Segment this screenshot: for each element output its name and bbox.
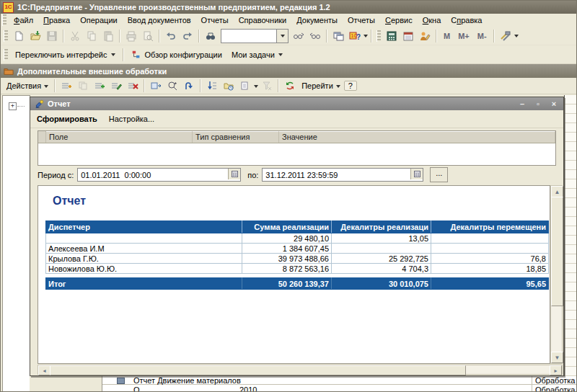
tools-dropdown-icon[interactable] bbox=[514, 35, 519, 40]
save-icon[interactable] bbox=[44, 28, 60, 44]
combobox-dropdown-icon[interactable] bbox=[276, 30, 288, 43]
calendar-icon[interactable] bbox=[400, 28, 416, 44]
actions-menu-button[interactable]: Действия bbox=[4, 80, 51, 92]
find-previous-icon[interactable] bbox=[307, 28, 323, 44]
menu-item-3[interactable]: Ввод документов bbox=[123, 14, 196, 26]
calendar-picker-icon[interactable] bbox=[228, 169, 240, 179]
vertical-scrollbar[interactable]: ▲ ▼ bbox=[550, 185, 563, 364]
period-to-label: по: bbox=[247, 171, 262, 179]
help-button[interactable]: ? bbox=[344, 81, 357, 91]
toolbar-grip[interactable] bbox=[4, 49, 8, 61]
dialog-titlebar[interactable]: Отчет – ▫ × bbox=[30, 97, 563, 110]
horizontal-scroll-thumb[interactable] bbox=[50, 365, 466, 375]
list-item-type: Обработка bbox=[535, 386, 575, 392]
report-cell-r1-2 bbox=[332, 244, 431, 254]
switch-interface-button[interactable]: Переключить интерфейс bbox=[11, 48, 120, 61]
menu-item-2[interactable]: Операции bbox=[75, 14, 122, 26]
report-column-header-0: Диспетчер bbox=[46, 221, 242, 233]
tree-expand-node[interactable]: + bbox=[9, 102, 25, 110]
add-group-button[interactable] bbox=[92, 78, 107, 94]
filter-grid[interactable]: ПолеТип сравненияЗначение bbox=[38, 130, 556, 166]
refresh-button[interactable] bbox=[282, 78, 298, 94]
background-list-bottom: Отчет Движение материалов Обработка О 20… bbox=[30, 376, 577, 392]
service-tools-icon[interactable] bbox=[498, 28, 514, 44]
menu-item-10[interactable]: Справка bbox=[446, 14, 487, 26]
open-icon[interactable] bbox=[27, 28, 43, 44]
search-combobox[interactable] bbox=[221, 29, 288, 43]
new-document-icon[interactable] bbox=[11, 28, 27, 44]
calendar-picker-icon[interactable] bbox=[410, 169, 423, 179]
report-cell-r3-2: 4 704,3 bbox=[332, 264, 431, 274]
menu-item-9[interactable]: Окна bbox=[418, 14, 446, 26]
find-next-icon[interactable] bbox=[291, 28, 307, 44]
add-button[interactable] bbox=[58, 78, 74, 94]
menu-item-4[interactable]: Отчеты bbox=[196, 14, 234, 26]
menu-item-8[interactable]: Сервис bbox=[380, 14, 418, 26]
add-copy-button[interactable] bbox=[75, 78, 91, 94]
menu-item-7[interactable]: Отчеты bbox=[343, 14, 380, 26]
scroll-right-icon[interactable]: ▸ bbox=[550, 365, 562, 375]
toolbar-grip[interactable] bbox=[4, 30, 8, 42]
signature-icon[interactable] bbox=[417, 28, 433, 44]
output-dropdown-icon[interactable] bbox=[254, 85, 258, 90]
cut-icon[interactable] bbox=[67, 28, 83, 44]
horizontal-scrollbar[interactable]: ◂ ▸ bbox=[38, 365, 563, 375]
scroll-up-icon[interactable]: ▲ bbox=[551, 186, 563, 197]
copy-icon[interactable] bbox=[84, 28, 100, 44]
scroll-left-icon[interactable]: ◂ bbox=[38, 365, 50, 375]
report-spreadsheet[interactable]: Отчет ДиспетчерСумма реализацииДекалитры… bbox=[38, 185, 550, 364]
find-icon[interactable] bbox=[203, 28, 219, 44]
expand-plus-icon[interactable]: + bbox=[9, 102, 17, 110]
edit-button[interactable] bbox=[108, 78, 124, 94]
maximize-button[interactable]: ▫ bbox=[533, 99, 543, 108]
print-preview-icon[interactable] bbox=[140, 28, 156, 44]
menu-item-6[interactable]: Документы bbox=[291, 14, 343, 26]
print-icon[interactable] bbox=[123, 28, 139, 44]
minimize-button[interactable]: – bbox=[517, 99, 527, 108]
menu-item-1[interactable]: Правка bbox=[38, 14, 75, 26]
menu-item-0[interactable]: Файл bbox=[9, 14, 38, 26]
list-item[interactable]: Отчет Движение материалов Обработка bbox=[102, 376, 577, 385]
report-dialog: Отчет – ▫ × Сформировать Настройка... По… bbox=[30, 97, 564, 376]
calculator-icon[interactable] bbox=[384, 28, 400, 44]
goto-button[interactable]: Перейти bbox=[299, 80, 343, 92]
toolbar-grip[interactable] bbox=[2, 14, 6, 26]
move-in-group-button[interactable] bbox=[148, 78, 164, 94]
vertical-scroll-thumb[interactable] bbox=[551, 197, 563, 306]
period-to-input[interactable] bbox=[262, 168, 423, 182]
svg-text:?: ? bbox=[356, 33, 361, 41]
period-from-input[interactable] bbox=[77, 168, 241, 182]
clear-filter-button[interactable] bbox=[259, 78, 275, 94]
output-list-button[interactable] bbox=[237, 78, 253, 94]
redo-icon[interactable] bbox=[180, 28, 195, 44]
standard-toolbar: 1С? M M+ M- bbox=[1, 27, 577, 45]
report-column-header-1: Сумма реализации bbox=[242, 221, 332, 233]
chevron-down-icon bbox=[336, 85, 340, 90]
paste-icon[interactable] bbox=[100, 28, 116, 44]
about-1c-help-icon[interactable]: 1С? bbox=[347, 28, 363, 44]
settings-button[interactable]: Настройка... bbox=[109, 115, 154, 123]
config-tree-icon bbox=[131, 50, 141, 60]
tree-branch-line bbox=[17, 106, 25, 107]
undo-search-button[interactable] bbox=[181, 78, 197, 94]
find-by-value-button[interactable] bbox=[164, 78, 180, 94]
generate-button[interactable]: Сформировать bbox=[37, 115, 97, 123]
my-tasks-button[interactable]: Мои задачи bbox=[227, 48, 287, 61]
period-more-button[interactable]: ... bbox=[430, 167, 448, 182]
windows-icon[interactable] bbox=[330, 28, 346, 44]
undo-icon[interactable] bbox=[163, 28, 179, 44]
report-column-header-3: Декалитры перемещени bbox=[431, 221, 549, 233]
memory-m-button[interactable]: M bbox=[440, 30, 454, 42]
config-overview-button[interactable]: Обзор конфигурации bbox=[127, 48, 226, 62]
sort-button[interactable] bbox=[204, 78, 220, 94]
list-item[interactable]: О 2010 Обработка bbox=[102, 385, 577, 392]
close-button[interactable]: × bbox=[549, 99, 559, 108]
toolbar-grip[interactable] bbox=[376, 30, 381, 42]
history-folder-button[interactable] bbox=[221, 78, 237, 94]
help-dropdown-icon[interactable] bbox=[364, 35, 368, 40]
menu-item-5[interactable]: Справочники bbox=[234, 14, 292, 26]
scroll-down-icon[interactable]: ▼ bbox=[551, 352, 563, 363]
mark-delete-button[interactable] bbox=[125, 78, 141, 94]
memory-m-minus-button[interactable]: M- bbox=[474, 30, 490, 42]
memory-m-plus-button[interactable]: M+ bbox=[454, 30, 473, 42]
